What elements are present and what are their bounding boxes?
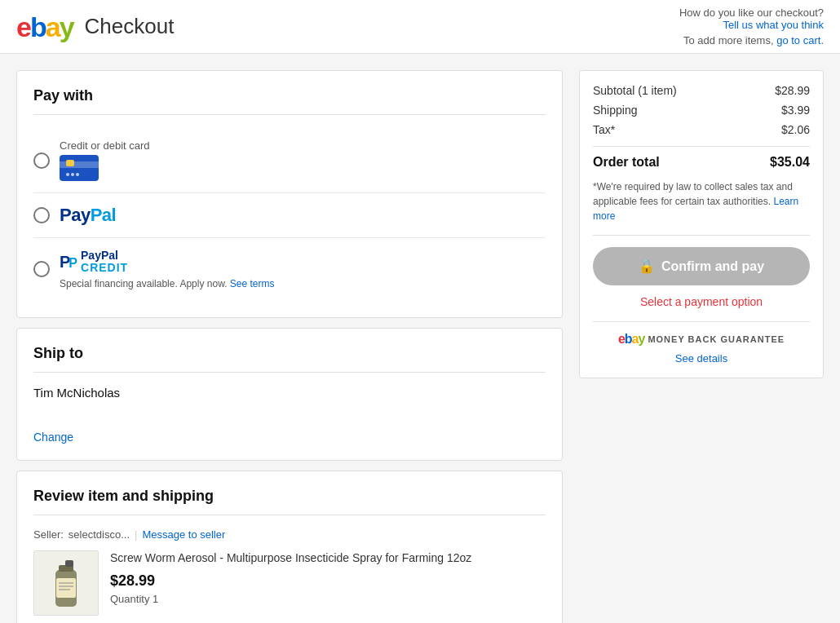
- financing-text: Special financing available.: [60, 278, 178, 289]
- payment-option-paypal-credit[interactable]: P P PayPal CREDIT Special financing avai…: [33, 238, 546, 301]
- product-price: $28.99: [110, 572, 546, 590]
- credit-card-icon: [60, 155, 99, 181]
- ebay-guarantee: e b a y MONEY BACK GUARANTEE See details: [593, 321, 810, 365]
- paypal-credit-icon: P P: [60, 253, 77, 272]
- ebay-small-logo: e b a y: [618, 332, 645, 347]
- cart-link[interactable]: go to cart: [776, 34, 820, 46]
- change-address-link[interactable]: Change: [33, 431, 73, 444]
- paypal-credit-sublabel: Special financing available. Apply now. …: [60, 278, 275, 289]
- product-image-svg: [46, 554, 86, 612]
- total-row: Order total $35.04: [593, 146, 810, 170]
- seller-line: Seller: selectdisco... | Message to sell…: [33, 528, 546, 541]
- ebay-sm-e: e: [618, 332, 625, 347]
- payment-option-credit[interactable]: Credit or debit card: [33, 128, 546, 193]
- ebay-logo-y: y: [60, 13, 73, 41]
- see-details-link[interactable]: See details: [675, 352, 727, 365]
- left-column: Pay with Credit or debit card: [16, 70, 563, 623]
- select-payment-text: Select a payment option: [593, 295, 810, 308]
- message-seller-link[interactable]: Message to seller: [142, 528, 225, 541]
- feedback-link[interactable]: Tell us what you think: [679, 19, 824, 31]
- cart-label: To add more items, go to cart.: [679, 34, 824, 46]
- card-dot-2: [71, 173, 74, 176]
- guarantee-logo: e b a y MONEY BACK GUARANTEE: [593, 332, 810, 347]
- payment-option-paypal[interactable]: Pay Pal: [33, 193, 546, 238]
- page-title: Checkout: [85, 14, 175, 39]
- main-container: Pay with Credit or debit card: [0, 54, 840, 623]
- tax-row: Tax* $2.06: [593, 123, 810, 136]
- quantity-value: 1: [153, 593, 158, 605]
- product-title: Screw Worm Aerosol - Multipurpose Insect…: [110, 550, 546, 567]
- paypal-credit-subtext: CREDIT: [81, 262, 128, 274]
- tax-value: $2.06: [781, 123, 810, 136]
- seller-label: Seller:: [33, 528, 64, 541]
- card-chip: [66, 160, 74, 166]
- product-row: Screw Worm Aerosol - Multipurpose Insect…: [33, 550, 546, 616]
- product-quantity: Quantity 1: [110, 593, 546, 605]
- paypal-logo: Pay Pal: [60, 205, 116, 226]
- shipping-label: Shipping: [593, 104, 638, 117]
- ebay-logo: e b a y: [16, 13, 73, 41]
- header-feedback: How do you like our checkout? Tell us wh…: [679, 7, 824, 46]
- total-label: Order total: [593, 155, 660, 170]
- ebay-sm-a: a: [632, 332, 639, 347]
- product-image: [33, 550, 99, 616]
- total-value: $35.04: [770, 155, 810, 170]
- radio-paypal[interactable]: [33, 207, 50, 223]
- guarantee-text: MONEY BACK GUARANTEE: [648, 334, 785, 344]
- paypal-pal: Pal: [91, 205, 117, 226]
- card-dot-1: [66, 173, 69, 176]
- subtotal-label: Subtotal (1 item): [593, 84, 677, 97]
- card-dot-3: [76, 173, 79, 176]
- tax-note: *We're required by law to collect sales …: [593, 179, 810, 236]
- credit-card-label: Credit or debit card: [60, 139, 150, 152]
- ebay-logo-a: a: [46, 13, 60, 41]
- header-logo: e b a y Checkout: [16, 13, 174, 41]
- product-info: Screw Worm Aerosol - Multipurpose Insect…: [110, 550, 546, 606]
- radio-paypal-credit[interactable]: [33, 261, 50, 277]
- shipping-value: $3.99: [781, 104, 810, 117]
- payment-card: Pay with Credit or debit card: [16, 70, 563, 318]
- ebay-sm-y: y: [638, 332, 644, 347]
- svg-rect-2: [65, 560, 73, 567]
- ebay-sm-b: b: [625, 332, 632, 347]
- confirm-pay-button[interactable]: 🔒 Confirm and pay: [593, 247, 810, 285]
- paypal-credit-textblock: PayPal CREDIT: [81, 250, 128, 275]
- seller-divider: |: [135, 528, 137, 541]
- quantity-label: Quantity: [110, 593, 149, 605]
- apply-text: Apply now.: [179, 278, 227, 289]
- ebay-logo-b: b: [30, 13, 46, 41]
- card-dots: [66, 173, 79, 176]
- ship-to-card: Ship to Tim McNicholas Change: [16, 328, 563, 461]
- seller-name: selectdisco...: [69, 528, 130, 541]
- review-card: Review item and shipping Seller: selectd…: [16, 471, 563, 623]
- paypal-pay: Pay: [60, 205, 91, 226]
- lock-icon: 🔒: [639, 258, 655, 274]
- tax-label: Tax*: [593, 123, 615, 136]
- feedback-label: How do you like our checkout?: [679, 7, 824, 19]
- confirm-btn-label: Confirm and pay: [661, 259, 764, 274]
- order-summary: Subtotal (1 item) $28.99 Shipping $3.99 …: [579, 70, 824, 378]
- tax-note-text: *We're required by law to collect sales …: [593, 181, 793, 207]
- radio-credit-card[interactable]: [33, 152, 50, 169]
- see-terms-link[interactable]: See terms: [230, 278, 275, 289]
- cart-text: To add more items,: [683, 34, 774, 46]
- pp-p2: P: [69, 256, 77, 271]
- ship-to-title: Ship to: [33, 345, 546, 373]
- subtotal-row: Subtotal (1 item) $28.99: [593, 84, 810, 97]
- paypal-brand-text: PayPal: [81, 250, 128, 262]
- svg-rect-3: [56, 578, 76, 598]
- subtotal-value: $28.99: [775, 84, 810, 97]
- right-column: Subtotal (1 item) $28.99 Shipping $3.99 …: [579, 70, 824, 623]
- header: e b a y Checkout How do you like our che…: [0, 0, 840, 54]
- ship-to-name: Tim McNicholas: [33, 386, 546, 400]
- ebay-logo-e: e: [16, 13, 30, 41]
- payment-section-title: Pay with: [33, 87, 546, 115]
- cart-suffix: .: [820, 34, 824, 46]
- paypal-credit-logo: P P PayPal CREDIT: [60, 250, 275, 275]
- shipping-row: Shipping $3.99: [593, 104, 810, 117]
- review-title: Review item and shipping: [33, 488, 546, 515]
